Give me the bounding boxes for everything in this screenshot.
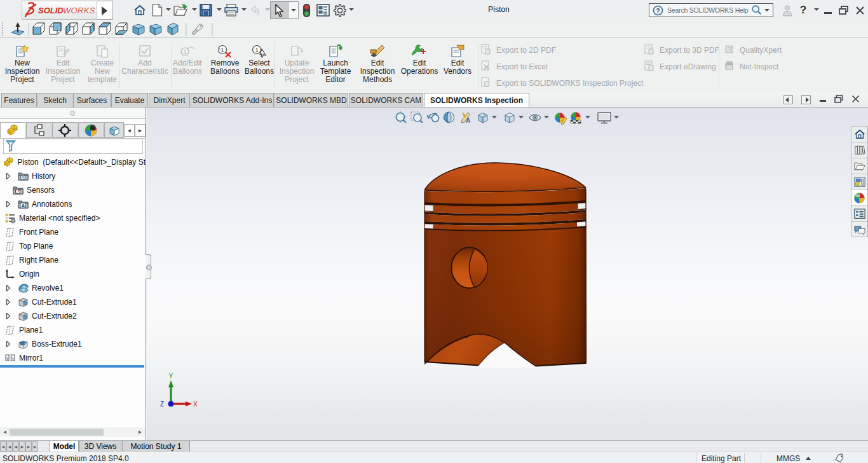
svg-text:1: 1	[184, 49, 187, 55]
svg-text:1: 1	[255, 47, 259, 53]
svg-text:WORKS: WORKS	[63, 6, 95, 15]
svg-text:X: X	[193, 401, 198, 408]
svg-text:1: 1	[221, 47, 224, 53]
svg-text:?: ?	[656, 6, 660, 14]
svg-text:A: A	[466, 117, 470, 124]
svg-text:Z: Z	[160, 401, 164, 408]
svg-text:Y: Y	[169, 373, 173, 380]
svg-text:SOLID: SOLID	[38, 6, 64, 15]
svg-text:A: A	[22, 202, 25, 208]
